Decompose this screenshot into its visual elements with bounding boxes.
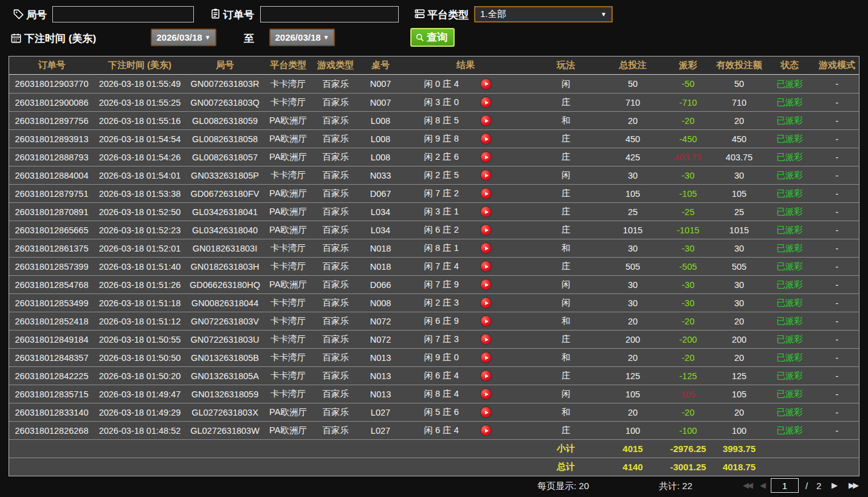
search-button[interactable]: 查询 — [410, 28, 455, 47]
cell-round-no: GN00826318044 — [185, 298, 264, 308]
cell-payout: -450 — [663, 134, 713, 144]
cell-game-type: 百家乐 — [312, 315, 359, 327]
cell-valid-bet: 25 — [713, 207, 765, 217]
date-from-picker[interactable]: 2026/03/18 ▼ — [151, 29, 216, 46]
cell-result: 闲 7 庄 9 — [402, 276, 529, 293]
replay-play-icon[interactable] — [481, 243, 491, 253]
replay-play-icon[interactable] — [481, 207, 491, 217]
order-no-input[interactable] — [260, 6, 399, 22]
cell-table-no: L008 — [359, 116, 402, 126]
cell-total-bet: 125 — [602, 371, 663, 381]
first-page-button[interactable]: ◀◀ — [743, 481, 751, 490]
cell-platform: PA欧洲厅 — [264, 133, 312, 145]
cell-order-no: 260318012857399 — [9, 262, 94, 272]
cell-result: 闲 2 庄 6 — [402, 148, 529, 166]
cell-valid-bet: 50 — [713, 79, 765, 89]
last-page-button[interactable]: ▶▶ — [849, 481, 857, 490]
cell-payout: -1015 — [663, 225, 713, 235]
cell-status: 已派彩 — [765, 334, 814, 345]
cell-result: 闲 6 庄 9 — [402, 312, 529, 330]
cell-bet-type: 和 — [529, 352, 602, 363]
table-row: 260318012888793 2026-03-18 01:54:26 GL00… — [9, 148, 859, 166]
cell-valid-bet: 710 — [713, 98, 765, 108]
cell-result: 闲 6 庄 2 — [402, 221, 529, 239]
platform-type-select[interactable]: 1.全部 ▼ — [474, 6, 613, 22]
cell-round-no: GN0072631803R — [185, 79, 264, 89]
cell-table-no: N013 — [359, 353, 402, 363]
cell-result: 闲 9 庄 0 — [402, 349, 529, 366]
replay-play-icon[interactable] — [481, 407, 491, 417]
cell-platform: PA欧洲厅 — [264, 406, 312, 418]
page-number-input[interactable] — [771, 478, 799, 493]
cell-bet-time: 2026-03-18 01:51:18 — [94, 298, 185, 308]
cell-status: 已派彩 — [765, 388, 814, 400]
cell-game-mode: - — [814, 371, 860, 381]
cell-game-type: 百家乐 — [312, 261, 359, 272]
next-page-button[interactable]: ▶ — [832, 481, 836, 490]
prev-page-button[interactable]: ◀ — [760, 481, 764, 490]
cell-platform: PA欧洲厅 — [264, 188, 312, 199]
result-text: 闲 3 庄 1 — [402, 206, 481, 218]
cell-table-no: N033 — [359, 171, 402, 180]
cell-game-type: 百家乐 — [312, 78, 359, 90]
cell-platform: 卡卡湾厅 — [264, 352, 312, 363]
cell-platform: 卡卡湾厅 — [264, 78, 312, 90]
cell-game-mode: - — [814, 244, 860, 253]
replay-play-icon[interactable] — [481, 225, 491, 235]
replay-play-icon[interactable] — [481, 298, 491, 308]
replay-play-icon[interactable] — [481, 389, 491, 399]
replay-play-icon[interactable] — [481, 334, 491, 344]
cell-valid-bet: 20 — [713, 116, 765, 126]
cell-table-no: L008 — [359, 134, 402, 144]
cell-order-no: 260318012893913 — [9, 134, 94, 144]
replay-play-icon[interactable] — [481, 170, 491, 180]
cell-game-mode: - — [814, 335, 860, 344]
cell-result: 闲 7 庄 4 — [402, 258, 529, 275]
replay-play-icon[interactable] — [481, 134, 491, 144]
cell-order-no: 260318012861375 — [9, 244, 94, 253]
game-no-input[interactable] — [52, 6, 194, 22]
cell-status: 已派彩 — [765, 315, 814, 327]
column-header: 派彩 — [663, 60, 713, 71]
result-text: 闲 3 庄 0 — [402, 97, 481, 108]
column-header: 平台类型 — [264, 60, 312, 71]
replay-play-icon[interactable] — [481, 97, 491, 108]
cell-table-no: L008 — [359, 153, 402, 162]
replay-play-icon[interactable] — [481, 316, 491, 326]
table-row: 260318012833140 2026-03-18 01:49:29 GL02… — [9, 403, 859, 421]
result-text: 闲 6 庄 2 — [402, 224, 481, 236]
cell-round-no: GL0272631803W — [185, 426, 264, 436]
table-body: 260318012903770 2026-03-18 01:55:49 GN00… — [9, 75, 859, 439]
replay-play-icon[interactable] — [481, 152, 491, 162]
replay-play-icon[interactable] — [481, 371, 491, 381]
date-to-picker[interactable]: 2026/03/18 ▼ — [269, 29, 335, 46]
cell-total-bet: 450 — [602, 134, 663, 144]
cell-valid-bet: 125 — [713, 371, 765, 381]
cell-game-type: 百家乐 — [312, 297, 359, 309]
cell-round-no: GN0132631805B — [185, 353, 264, 363]
table-row: 260318012854768 2026-03-18 01:51:26 GD06… — [9, 275, 859, 293]
cell-game-type: 百家乐 — [312, 352, 359, 363]
search-icon — [415, 33, 425, 43]
replay-play-icon[interactable] — [481, 279, 491, 290]
replay-play-icon[interactable] — [481, 115, 491, 126]
cell-platform: PA欧洲厅 — [264, 206, 312, 218]
date-from-value: 2026/03/18 — [157, 32, 202, 43]
cell-payout: -20 — [663, 408, 713, 417]
replay-play-icon[interactable] — [481, 261, 491, 272]
cell-platform: 卡卡湾厅 — [264, 297, 312, 309]
replay-play-icon[interactable] — [481, 188, 491, 199]
cell-round-no: GL03426318041 — [185, 207, 264, 217]
cell-bet-time: 2026-03-18 01:54:26 — [94, 153, 185, 162]
column-header: 游戏模式 — [814, 60, 860, 71]
table-row: 260318012852418 2026-03-18 01:51:12 GN07… — [9, 312, 859, 330]
replay-play-icon[interactable] — [481, 79, 491, 89]
cell-status: 已派彩 — [765, 115, 814, 126]
replay-play-icon[interactable] — [481, 352, 491, 363]
cell-valid-bet: 20 — [713, 408, 765, 417]
column-header: 下注时间 (美东) — [94, 60, 185, 71]
cell-round-no: GN0722631803V — [185, 317, 264, 326]
total-row: 总计 4140 -3001.25 4018.75 — [9, 458, 859, 476]
cell-game-type: 百家乐 — [312, 224, 359, 236]
replay-play-icon[interactable] — [481, 425, 491, 436]
